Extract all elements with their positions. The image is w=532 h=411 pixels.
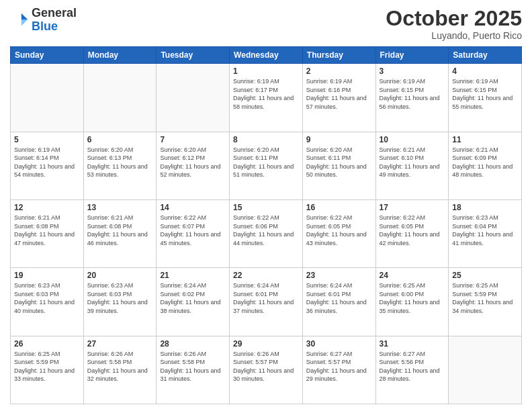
table-row: 13Sunrise: 6:21 AM Sunset: 6:08 PM Dayli… <box>83 199 157 267</box>
day-number: 23 <box>306 271 372 280</box>
day-info: Sunrise: 6:21 AM Sunset: 6:08 PM Dayligh… <box>14 214 80 247</box>
calendar-header-row: Sunday Monday Tuesday Wednesday Thursday… <box>11 47 522 64</box>
day-info: Sunrise: 6:22 AM Sunset: 6:06 PM Dayligh… <box>233 214 299 247</box>
table-row: 2Sunrise: 6:19 AM Sunset: 6:16 PM Daylig… <box>302 64 375 132</box>
calendar-table: Sunday Monday Tuesday Wednesday Thursday… <box>10 46 522 404</box>
col-wednesday: Wednesday <box>230 47 303 64</box>
day-number: 24 <box>380 271 445 280</box>
day-info: Sunrise: 6:19 AM Sunset: 6:14 PM Dayligh… <box>14 146 80 179</box>
day-info: Sunrise: 6:21 AM Sunset: 6:09 PM Dayligh… <box>452 146 518 179</box>
day-number: 16 <box>306 203 372 212</box>
month-title: October 2025 <box>386 7 522 30</box>
day-info: Sunrise: 6:22 AM Sunset: 6:05 PM Dayligh… <box>306 214 372 247</box>
table-row: 18Sunrise: 6:23 AM Sunset: 6:04 PM Dayli… <box>449 199 522 267</box>
day-info: Sunrise: 6:21 AM Sunset: 6:08 PM Dayligh… <box>87 214 153 247</box>
table-row <box>449 336 522 404</box>
day-number: 25 <box>452 271 518 280</box>
col-friday: Friday <box>375 47 449 64</box>
day-number: 21 <box>160 271 226 280</box>
table-row <box>157 64 230 132</box>
page: General Blue October 2025 Luyando, Puert… <box>0 0 532 411</box>
table-row: 24Sunrise: 6:25 AM Sunset: 6:00 PM Dayli… <box>375 268 449 336</box>
day-info: Sunrise: 6:24 AM Sunset: 6:01 PM Dayligh… <box>233 281 299 315</box>
day-number: 8 <box>233 135 299 144</box>
table-row: 11Sunrise: 6:21 AM Sunset: 6:09 PM Dayli… <box>449 132 522 199</box>
col-thursday: Thursday <box>302 47 375 64</box>
day-info: Sunrise: 6:26 AM Sunset: 5:58 PM Dayligh… <box>160 350 226 383</box>
calendar-week-row: 26Sunrise: 6:25 AM Sunset: 5:59 PM Dayli… <box>11 336 522 404</box>
col-tuesday: Tuesday <box>157 47 230 64</box>
svg-marker-0 <box>21 13 28 19</box>
table-row <box>83 64 157 132</box>
day-info: Sunrise: 6:25 AM Sunset: 5:59 PM Dayligh… <box>452 281 518 315</box>
day-info: Sunrise: 6:22 AM Sunset: 6:05 PM Dayligh… <box>380 214 445 247</box>
table-row: 28Sunrise: 6:26 AM Sunset: 5:58 PM Dayli… <box>157 336 230 404</box>
day-number: 18 <box>452 203 518 212</box>
day-number: 19 <box>14 271 80 280</box>
table-row: 26Sunrise: 6:25 AM Sunset: 5:59 PM Dayli… <box>11 336 84 404</box>
day-number: 9 <box>306 135 372 144</box>
day-number: 22 <box>233 271 299 280</box>
day-info: Sunrise: 6:19 AM Sunset: 6:15 PM Dayligh… <box>380 77 445 111</box>
table-row: 27Sunrise: 6:26 AM Sunset: 5:58 PM Dayli… <box>83 336 157 404</box>
table-row: 29Sunrise: 6:26 AM Sunset: 5:57 PM Dayli… <box>230 336 303 404</box>
table-row: 6Sunrise: 6:20 AM Sunset: 6:13 PM Daylig… <box>83 132 157 199</box>
day-info: Sunrise: 6:20 AM Sunset: 6:11 PM Dayligh… <box>233 146 299 179</box>
logo-blue: Blue <box>32 20 77 34</box>
day-number: 28 <box>160 339 226 349</box>
table-row: 15Sunrise: 6:22 AM Sunset: 6:06 PM Dayli… <box>230 199 303 267</box>
day-number: 4 <box>452 66 518 76</box>
day-number: 3 <box>380 66 445 76</box>
day-info: Sunrise: 6:24 AM Sunset: 6:01 PM Dayligh… <box>306 281 372 315</box>
logo-general: General <box>32 7 77 20</box>
day-info: Sunrise: 6:23 AM Sunset: 6:03 PM Dayligh… <box>87 281 153 315</box>
day-info: Sunrise: 6:23 AM Sunset: 6:04 PM Dayligh… <box>452 214 518 247</box>
table-row: 10Sunrise: 6:21 AM Sunset: 6:10 PM Dayli… <box>375 132 449 199</box>
table-row: 16Sunrise: 6:22 AM Sunset: 6:05 PM Dayli… <box>302 199 375 267</box>
day-info: Sunrise: 6:20 AM Sunset: 6:11 PM Dayligh… <box>306 146 372 179</box>
table-row: 25Sunrise: 6:25 AM Sunset: 5:59 PM Dayli… <box>449 268 522 336</box>
table-row: 9Sunrise: 6:20 AM Sunset: 6:11 PM Daylig… <box>302 132 375 199</box>
day-number: 5 <box>14 135 80 144</box>
day-info: Sunrise: 6:26 AM Sunset: 5:57 PM Dayligh… <box>233 350 299 383</box>
table-row: 21Sunrise: 6:24 AM Sunset: 6:02 PM Dayli… <box>157 268 230 336</box>
day-number: 17 <box>380 203 445 212</box>
day-info: Sunrise: 6:19 AM Sunset: 6:17 PM Dayligh… <box>233 77 299 111</box>
table-row: 14Sunrise: 6:22 AM Sunset: 6:07 PM Dayli… <box>157 199 230 267</box>
day-info: Sunrise: 6:19 AM Sunset: 6:15 PM Dayligh… <box>452 77 518 111</box>
header: General Blue October 2025 Luyando, Puert… <box>10 7 522 41</box>
day-number: 27 <box>87 339 153 349</box>
table-row: 23Sunrise: 6:24 AM Sunset: 6:01 PM Dayli… <box>302 268 375 336</box>
day-number: 13 <box>87 203 153 212</box>
day-info: Sunrise: 6:20 AM Sunset: 6:13 PM Dayligh… <box>87 146 153 179</box>
day-number: 15 <box>233 203 299 212</box>
day-number: 26 <box>14 339 80 349</box>
day-info: Sunrise: 6:20 AM Sunset: 6:12 PM Dayligh… <box>160 146 226 179</box>
svg-marker-1 <box>21 19 28 26</box>
table-row: 20Sunrise: 6:23 AM Sunset: 6:03 PM Dayli… <box>83 268 157 336</box>
col-sunday: Sunday <box>11 47 84 64</box>
day-number: 20 <box>87 271 153 280</box>
table-row: 12Sunrise: 6:21 AM Sunset: 6:08 PM Dayli… <box>11 199 84 267</box>
table-row: 3Sunrise: 6:19 AM Sunset: 6:15 PM Daylig… <box>375 64 449 132</box>
day-info: Sunrise: 6:21 AM Sunset: 6:10 PM Dayligh… <box>380 146 445 179</box>
calendar-week-row: 12Sunrise: 6:21 AM Sunset: 6:08 PM Dayli… <box>11 199 522 267</box>
calendar-week-row: 19Sunrise: 6:23 AM Sunset: 6:03 PM Dayli… <box>11 268 522 336</box>
day-number: 14 <box>160 203 226 212</box>
day-info: Sunrise: 6:25 AM Sunset: 5:59 PM Dayligh… <box>14 350 80 383</box>
day-info: Sunrise: 6:27 AM Sunset: 5:57 PM Dayligh… <box>306 350 372 383</box>
calendar-week-row: 1Sunrise: 6:19 AM Sunset: 6:17 PM Daylig… <box>11 64 522 132</box>
table-row: 7Sunrise: 6:20 AM Sunset: 6:12 PM Daylig… <box>157 132 230 199</box>
col-saturday: Saturday <box>449 47 522 64</box>
table-row: 31Sunrise: 6:27 AM Sunset: 5:56 PM Dayli… <box>375 336 449 404</box>
day-number: 30 <box>306 339 372 349</box>
table-row <box>11 64 84 132</box>
day-number: 6 <box>87 135 153 144</box>
day-info: Sunrise: 6:27 AM Sunset: 5:56 PM Dayligh… <box>380 350 445 383</box>
day-number: 31 <box>380 339 445 349</box>
table-row: 19Sunrise: 6:23 AM Sunset: 6:03 PM Dayli… <box>11 268 84 336</box>
day-info: Sunrise: 6:19 AM Sunset: 6:16 PM Dayligh… <box>306 77 372 111</box>
day-info: Sunrise: 6:22 AM Sunset: 6:07 PM Dayligh… <box>160 214 226 247</box>
table-row: 1Sunrise: 6:19 AM Sunset: 6:17 PM Daylig… <box>230 64 303 132</box>
table-row: 17Sunrise: 6:22 AM Sunset: 6:05 PM Dayli… <box>375 199 449 267</box>
